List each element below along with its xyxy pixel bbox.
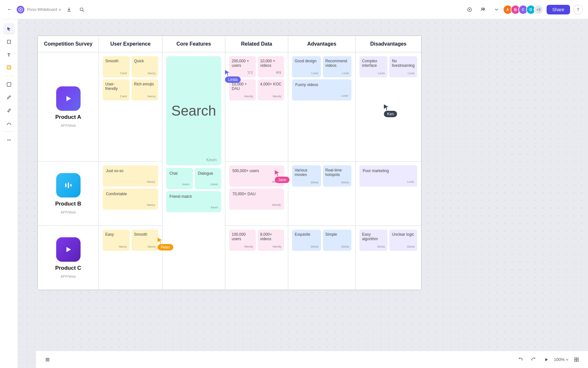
pen-tool[interactable]	[3, 92, 15, 103]
svg-rect-20	[577, 358, 578, 359]
more-tools[interactable]	[3, 134, 15, 146]
bottom-left	[42, 355, 53, 365]
cursor-tool[interactable]	[3, 23, 15, 35]
header-competition-survey: Competition Survey	[38, 36, 99, 52]
svg-rect-16	[46, 358, 49, 359]
svg-line-9	[8, 111, 9, 112]
toolbar-separator	[4, 76, 14, 76]
svg-rect-21	[575, 360, 576, 362]
text-tool[interactable]: T	[3, 49, 15, 60]
avatars: A B C D +3	[505, 5, 543, 14]
ux-c-cell: Easy Nancy Smooth Nancy	[99, 226, 162, 290]
redo-button[interactable]	[528, 355, 539, 365]
note-8k-videos: 8,000+ videos Wendy	[258, 230, 284, 251]
layers-button[interactable]	[42, 355, 53, 365]
product-a-sub: APP/Web	[61, 124, 76, 127]
shape-tool[interactable]	[3, 79, 15, 90]
search-note: Search Kevin	[166, 56, 221, 165]
note-no-livestreaming: No livestreaming Louis	[389, 56, 417, 77]
related-data-a-cell: 200,000 + users 宝宝 10,000 + videos 傅珠 10…	[225, 52, 288, 162]
svg-point-12	[10, 140, 11, 141]
ux-a-cell: Smooth Carol Quick Nancy User-friendly	[99, 52, 162, 162]
product-c-cell: Product C APP/Web	[38, 226, 99, 290]
note-rich-emojis: Rich emojis Nancy	[132, 79, 159, 101]
svg-rect-13	[65, 183, 66, 187]
note-good-design: Good design Louis	[292, 56, 321, 77]
note-dialogue: Dialogue Kevin	[195, 168, 221, 189]
play-button[interactable]	[541, 355, 551, 365]
table-row: Product B APP/Web Just so-so Nancy	[38, 162, 421, 226]
left-toolbar: T	[0, 19, 18, 368]
highlighter-tool[interactable]	[3, 104, 15, 116]
svg-rect-15	[70, 184, 72, 187]
minimap-button[interactable]	[571, 355, 582, 365]
logo-icon	[17, 6, 24, 13]
product-c-icon	[56, 237, 81, 262]
download-button[interactable]	[64, 4, 74, 15]
product-b-cell: Product B APP/Web	[38, 162, 99, 226]
zoom-control[interactable]: 100%	[554, 357, 569, 362]
note-easy-algorithm: Easy algorithm Gloria	[359, 230, 387, 251]
cursor-ken: Ken	[384, 104, 397, 117]
disadvantages-b-cell: Poor marketing Louis	[356, 162, 421, 226]
sticky-note-tool[interactable]	[3, 62, 15, 73]
whiteboard[interactable]: Competition Survey User Experience Core …	[18, 19, 588, 368]
note-complex-interface: Complex interface Louis	[359, 56, 387, 77]
header-related-data: Related Data	[225, 36, 288, 52]
back-button[interactable]: ←	[5, 5, 14, 14]
note-recommend-videos: Recommend videos Louis	[323, 56, 352, 77]
note-simple: Simple Gloria	[323, 230, 352, 251]
topbar: ← Pixso Whiteboard ∨ A B C D +3	[0, 0, 588, 19]
toolbar-separator-2	[4, 131, 14, 132]
note-poor-marketing: Poor marketing Louis	[359, 165, 417, 187]
chevron-down-button[interactable]	[491, 4, 502, 15]
advantages-c-cell: Exquisite Gloria Simple Gloria	[288, 226, 356, 290]
note-friend-match: Friend match Kevin	[166, 191, 221, 212]
header-core-features: Core Features	[162, 36, 225, 52]
note-quick-nancy: Quick Nancy	[132, 56, 159, 77]
ux-b-cell: Just so-so Nancy Comfortable Nancy	[99, 162, 162, 226]
note-unclear-logic: Unclear logic Gloria	[389, 230, 417, 251]
collaborate-button[interactable]	[478, 4, 488, 15]
svg-rect-19	[575, 358, 576, 359]
svg-rect-6	[7, 40, 11, 43]
note-comfortable: Comfortable Nancy	[103, 188, 158, 210]
table-row: Product A APP/Web Smooth Carol	[38, 52, 421, 162]
disadvantages-c-cell: Easy algorithm Gloria Unclear logic Glor…	[356, 226, 421, 290]
frame-tool[interactable]	[3, 36, 15, 48]
table-row: Product C APP/Web Easy Nancy	[38, 226, 421, 290]
note-10k-videos: 10,000 + videos 傅珠	[258, 56, 284, 77]
svg-point-4	[481, 8, 483, 9]
svg-rect-22	[577, 360, 578, 362]
bottom-right: 100%	[515, 355, 582, 365]
note-easy-nancy: Easy Nancy	[103, 230, 130, 251]
related-data-c-cell: 100,000 users Wendy 8,000+ videos Wendy	[225, 226, 288, 290]
svg-rect-8	[7, 83, 11, 86]
app-title[interactable]: Pixso Whiteboard ∨	[27, 7, 61, 12]
svg-rect-18	[46, 361, 49, 361]
undo-button[interactable]	[515, 355, 526, 365]
search-button[interactable]	[77, 4, 87, 15]
note-just-so-so: Just so-so Nancy	[103, 165, 158, 187]
product-a-name: Product A	[55, 114, 81, 120]
bottom-bar: 100%	[36, 351, 588, 368]
svg-rect-17	[46, 359, 49, 360]
advantages-a-cell: Good design Louis Recommend videos Louis	[288, 52, 356, 162]
note-70k-dau: 70,000+ DAU Wendy	[229, 188, 284, 210]
note-smooth-nancy: Smooth Nancy	[132, 230, 159, 251]
cursor-jane: Jane	[275, 170, 290, 183]
core-features-cell: Search Kevin Chat Kevin	[162, 52, 225, 290]
product-a-icon	[56, 86, 81, 111]
svg-point-5	[483, 8, 485, 9]
svg-point-10	[7, 140, 8, 141]
note-smooth-carol: Smooth Carol	[103, 56, 130, 77]
play-mode-button[interactable]	[464, 4, 475, 15]
note-chat: Chat Kevin	[166, 168, 193, 189]
svg-line-2	[83, 10, 84, 12]
connector-tool[interactable]	[3, 117, 15, 129]
help-button[interactable]: ?	[573, 5, 583, 14]
share-button[interactable]: Share	[547, 5, 570, 14]
header-disadvantages: Disadvantages	[356, 36, 421, 52]
svg-rect-7	[7, 66, 11, 69]
advantages-b-cell: Various movies Gloria Real-time hotspots…	[288, 162, 356, 226]
